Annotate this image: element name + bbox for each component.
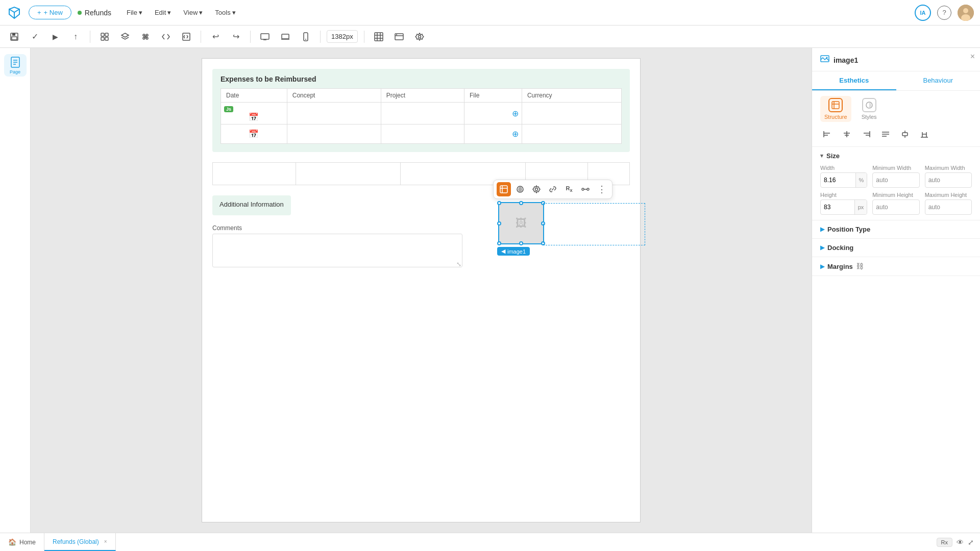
expenses-table: Date Concept Project File Currency Js 📅 — [220, 88, 622, 144]
edit-menu[interactable]: Edit ▾ — [150, 6, 176, 19]
panel-title: image1 — [834, 56, 858, 64]
project-cell-1[interactable] — [381, 103, 464, 124]
concept-cell-2[interactable] — [287, 124, 381, 144]
file-cell-1[interactable]: ⊕ — [464, 103, 522, 124]
tools-menu[interactable]: Tools ▾ — [210, 6, 240, 19]
file-cell-2[interactable]: ⊕ — [464, 124, 522, 144]
user-avatar[interactable] — [958, 5, 974, 21]
connections-tool-button[interactable] — [578, 182, 593, 196]
margins-title[interactable]: ▶ Margins ⛓ — [820, 262, 972, 270]
resize-handle-tl[interactable] — [497, 201, 501, 205]
structure-tool-button[interactable] — [497, 182, 511, 196]
svg-rect-8 — [101, 37, 104, 40]
height-input[interactable] — [821, 202, 854, 213]
redo-button[interactable]: ↪ — [228, 29, 244, 45]
max-width-input[interactable]: auto — [925, 172, 972, 188]
run-button[interactable]: ▶ — [47, 29, 63, 45]
new-button[interactable]: + + New — [29, 6, 71, 19]
date-cell-1[interactable]: Js 📅 — [221, 103, 287, 124]
tab-esthetics[interactable]: Esthetics — [812, 71, 896, 90]
baseline-button[interactable] — [917, 127, 932, 141]
check-button[interactable]: ✓ — [27, 29, 43, 45]
undo-button[interactable]: ↩ — [207, 29, 224, 45]
max-width-field-group: Maximum Width auto — [925, 165, 972, 188]
resize-handle-bl[interactable] — [497, 241, 501, 245]
palette-tool-button[interactable] — [513, 182, 527, 196]
close-tab-icon[interactable]: × — [104, 539, 107, 544]
laptop-view-button[interactable] — [277, 29, 293, 45]
resize-handle-tr[interactable] — [541, 201, 545, 205]
text-align-button[interactable] — [878, 127, 893, 141]
width-input[interactable] — [821, 174, 855, 186]
mobile-view-button[interactable] — [298, 29, 314, 45]
image-widget[interactable]: 🖼 — [498, 202, 544, 244]
tab-home[interactable]: 🏠 Home — [0, 533, 44, 551]
rx-tool-button[interactable]: Rx — [562, 182, 576, 196]
rx-bottom-badge[interactable]: Rx — [937, 538, 952, 547]
sub-tab-styles[interactable]: Styles — [857, 96, 881, 122]
align-left-button[interactable] — [820, 127, 835, 141]
export-button[interactable]: ↑ — [67, 29, 84, 45]
bottom-right: Rx 👁 ⤢ — [937, 538, 980, 547]
comments-textarea[interactable] — [212, 234, 462, 267]
svg-rect-23 — [375, 33, 383, 41]
link-margins-icon[interactable]: ⛓ — [856, 262, 863, 270]
ia-button[interactable]: IA — [915, 5, 931, 21]
panel-close-button[interactable]: × — [970, 52, 975, 61]
calendar-icon-2: 📅 — [224, 129, 284, 139]
col-header-currency: Currency — [522, 89, 621, 103]
code-view-button[interactable] — [178, 29, 194, 45]
expand-icon[interactable]: ⤢ — [968, 538, 974, 546]
components-button[interactable] — [96, 29, 113, 45]
sidebar-page-button[interactable]: Page — [4, 54, 27, 77]
min-height-input[interactable]: auto — [872, 199, 919, 215]
currency-cell-1[interactable] — [522, 103, 621, 124]
min-width-input[interactable]: auto — [872, 172, 919, 188]
max-height-input[interactable]: auto — [925, 199, 972, 215]
size-section-title[interactable]: ▾ Size — [820, 152, 972, 160]
eye-icon[interactable]: 👁 — [957, 538, 964, 546]
app-logo[interactable] — [6, 5, 22, 21]
nav-menus: File ▾ Edit ▾ View ▾ Tools ▾ — [121, 6, 241, 19]
col-header-date: Date — [221, 89, 287, 103]
plus-icon: + — [37, 9, 41, 16]
sub-tab-structure[interactable]: Structure — [820, 96, 851, 122]
docking-title[interactable]: ▶ Docking — [820, 244, 972, 252]
code-button[interactable] — [158, 29, 174, 45]
position-type-title[interactable]: ▶ Position Type — [820, 226, 972, 233]
layers-button[interactable] — [117, 29, 133, 45]
help-button[interactable]: ? — [937, 6, 951, 20]
file-menu[interactable]: File ▾ — [121, 6, 148, 19]
desktop-view-button[interactable] — [257, 29, 273, 45]
data-button[interactable] — [137, 29, 154, 45]
link-tool-button[interactable] — [546, 182, 560, 196]
tab-behaviour[interactable]: Behaviour — [896, 71, 981, 90]
bottom-bar: 🏠 Home Refunds (Global) × Rx 👁 ⤢ — [0, 533, 980, 551]
more-tool-button[interactable]: ⋮ — [595, 182, 609, 196]
tab-refunds-global[interactable]: Refunds (Global) × — [44, 533, 116, 551]
resize-handle-br[interactable] — [541, 241, 545, 245]
image-label-badge[interactable]: ◀ image1 — [497, 247, 530, 256]
date-cell-2[interactable]: 📅 — [221, 124, 287, 144]
align-right-button[interactable] — [859, 127, 873, 141]
window-button[interactable] — [391, 29, 407, 45]
save-button[interactable] — [6, 29, 22, 45]
align-center-button[interactable] — [840, 127, 854, 141]
expenses-section: Expenses to be Reimbursed Date Concept P… — [212, 69, 630, 152]
concept-cell-1[interactable] — [287, 103, 381, 124]
grid-button[interactable] — [371, 29, 387, 45]
resize-handle-mr[interactable] — [541, 221, 545, 226]
resize-handle-bc[interactable] — [519, 241, 523, 245]
distribute-button[interactable] — [898, 127, 912, 141]
resize-handle-ml[interactable] — [497, 221, 501, 226]
settings-tool-button[interactable] — [529, 182, 544, 196]
structure-label: Structure — [824, 114, 847, 120]
currency-cell-2[interactable] — [522, 124, 621, 144]
sub-tabs: Structure Styles — [812, 91, 980, 122]
resize-handle-tc[interactable] — [519, 201, 523, 205]
project-cell-2[interactable] — [381, 124, 464, 144]
settings2-button[interactable] — [411, 29, 428, 45]
additional-section: Additional Information — [212, 195, 291, 215]
svg-rect-46 — [832, 102, 839, 109]
view-menu[interactable]: View ▾ — [178, 6, 208, 19]
